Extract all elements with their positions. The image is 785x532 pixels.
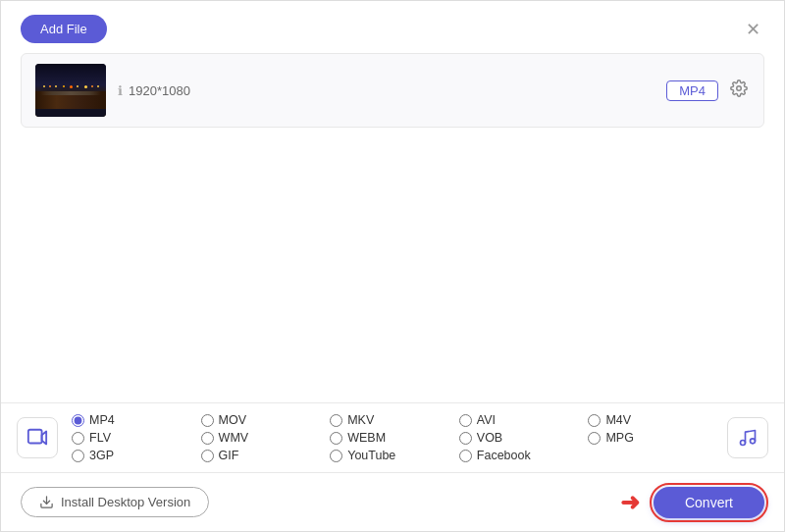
file-list: ℹ 1920*1080 MP4 — [21, 53, 764, 128]
format-option-mp4[interactable]: MP4 — [72, 413, 201, 427]
add-file-button[interactable]: Add File — [21, 15, 107, 43]
svg-point-4 — [751, 439, 756, 444]
file-actions: MP4 — [666, 78, 750, 104]
arrow-indicator: ➜ — [620, 489, 640, 516]
format-option-m4v[interactable]: M4V — [588, 413, 717, 427]
format-option-avi[interactable]: AVI — [459, 413, 589, 427]
header: Add File ✕ — [1, 1, 784, 53]
format-option-mpg[interactable]: MPG — [588, 431, 717, 445]
info-icon: ℹ — [118, 83, 123, 98]
svg-rect-1 — [28, 430, 42, 444]
format-option-mov[interactable]: MOV — [201, 413, 331, 427]
format-bar: MP4 MOV MKV AVI M4V FLV WMV WEBM — [1, 402, 784, 472]
video-format-icon — [17, 417, 58, 458]
settings-button[interactable] — [728, 78, 750, 104]
format-option-mkv[interactable]: MKV — [330, 413, 459, 427]
resolution-text: 1920*1080 — [129, 83, 190, 98]
format-badge-button[interactable]: MP4 — [666, 80, 718, 101]
convert-area: ➜ Convert — [620, 487, 764, 518]
gear-icon — [730, 80, 748, 97]
format-option-facebook[interactable]: Facebook — [459, 449, 589, 462]
download-icon — [39, 495, 54, 509]
format-option-3gp[interactable]: 3GP — [72, 449, 201, 462]
svg-point-3 — [741, 441, 746, 446]
music-icon — [738, 428, 758, 448]
audio-format-button[interactable] — [727, 417, 768, 458]
format-option-flv[interactable]: FLV — [72, 431, 201, 445]
format-option-youtube[interactable]: YouTube — [330, 449, 459, 462]
video-thumbnail — [35, 64, 106, 117]
format-option-gif[interactable]: GIF — [201, 449, 331, 462]
format-option-wmv[interactable]: WMV — [201, 431, 331, 445]
convert-button[interactable]: Convert — [654, 487, 764, 518]
format-option-vob[interactable]: VOB — [459, 431, 589, 445]
file-item: ℹ 1920*1080 MP4 — [22, 54, 763, 127]
install-desktop-button[interactable]: Install Desktop Version — [21, 487, 209, 517]
footer-bar: Install Desktop Version ➜ Convert — [1, 472, 784, 531]
format-option-webm[interactable]: WEBM — [330, 431, 459, 445]
file-info: ℹ 1920*1080 — [118, 83, 654, 98]
close-button[interactable]: ✕ — [742, 17, 764, 42]
format-options-grid: MP4 MOV MKV AVI M4V FLV WMV WEBM — [72, 413, 717, 462]
svg-point-0 — [737, 85, 742, 90]
